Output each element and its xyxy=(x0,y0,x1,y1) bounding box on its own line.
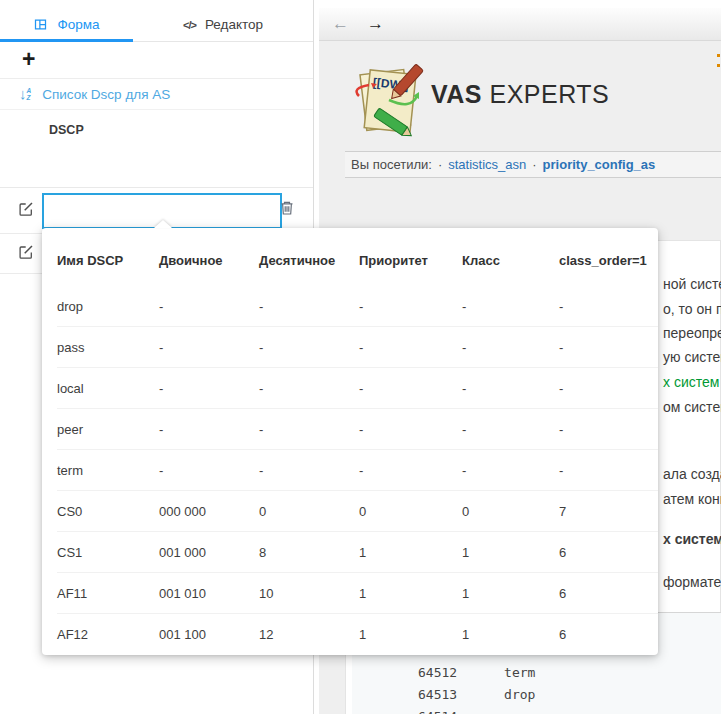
table-cell: AF12 xyxy=(57,614,159,655)
doc-wiki-link[interactable]: х систем А xyxy=(663,374,721,390)
table-cell: 1 xyxy=(462,532,559,573)
table-row[interactable]: local----- xyxy=(57,368,658,409)
table-cell: - xyxy=(462,409,559,450)
table-cell: 10 xyxy=(259,573,359,614)
breadcrumb-separator: · xyxy=(532,157,536,172)
table-cell: - xyxy=(359,286,462,327)
dscp-list-row: ↓ AZ Список Dscp для AS xyxy=(0,79,313,110)
back-arrow-icon[interactable]: ← xyxy=(332,14,349,34)
table-cell: 1 xyxy=(359,573,462,614)
doc-text-fragment: ала созда xyxy=(663,466,721,482)
table-cell: 6 xyxy=(559,573,658,614)
table-cell: 1 xyxy=(462,573,559,614)
table-cell: 6 xyxy=(559,532,658,573)
table-cell: 7 xyxy=(559,491,658,532)
edit-icon[interactable] xyxy=(18,201,34,217)
forward-arrow-icon[interactable]: → xyxy=(367,14,384,34)
table-row[interactable]: term----- xyxy=(57,450,658,491)
table-cell: - xyxy=(159,286,259,327)
edge-icon-fragment xyxy=(717,54,720,57)
doc-text-fragment: ую систем xyxy=(663,349,721,365)
top-strip xyxy=(319,0,721,8)
table-row[interactable]: drop----- xyxy=(57,286,658,327)
table-row[interactable]: CS0000 0000007 xyxy=(57,491,658,532)
table-cell: - xyxy=(559,368,658,409)
column-header: Двоичное xyxy=(159,228,259,286)
table-cell: - xyxy=(559,409,658,450)
column-header: Приоритет xyxy=(359,228,462,286)
doc-text-fragment: атем конве xyxy=(663,491,721,507)
table-cell: - xyxy=(259,286,359,327)
table-header-row: Имя DSCPДвоичноеДесятичноеПриоритетКласс… xyxy=(57,228,658,286)
breadcrumb-link-priority-config-as[interactable]: priority_config_as xyxy=(543,157,656,172)
table-row[interactable]: AF12001 10012116 xyxy=(57,614,658,655)
breadcrumb-separator: · xyxy=(438,157,442,172)
table-cell: peer xyxy=(57,409,159,450)
tab-redaktor[interactable]: </> Редактор xyxy=(133,8,313,41)
table-cell: 12 xyxy=(259,614,359,655)
doc-text-fragment: ной систем xyxy=(663,276,721,292)
popup-caret xyxy=(154,220,172,228)
table-cell: pass xyxy=(57,327,159,368)
table-cell: 001 000 xyxy=(159,532,259,573)
table-cell: - xyxy=(159,450,259,491)
table-cell: - xyxy=(259,327,359,368)
table-cell: local xyxy=(57,368,159,409)
table-cell: 0 xyxy=(462,491,559,532)
column-header: Имя DSCP xyxy=(57,228,159,286)
tab-label: Форма xyxy=(57,17,99,32)
doc-text-fragment: о, то он пе xyxy=(663,301,721,317)
sort-alpha-down-icon: ↓ AZ xyxy=(19,87,31,101)
dokuwiki-logo: [[DW]] xyxy=(349,56,429,146)
table-cell: - xyxy=(462,327,559,368)
table-cell: - xyxy=(359,327,462,368)
dscp-dropdown: Имя DSCPДвоичноеДесятичноеПриоритетКласс… xyxy=(42,228,658,655)
table-cell: - xyxy=(159,368,259,409)
table-cell: - xyxy=(359,450,462,491)
table-cell: 8 xyxy=(259,532,359,573)
column-header: class_order=1 xyxy=(559,228,658,286)
add-button[interactable]: + xyxy=(22,47,35,71)
table-cell: - xyxy=(259,368,359,409)
table-cell: 0 xyxy=(259,491,359,532)
tab-forma[interactable]: Форма xyxy=(0,8,133,41)
trash-icon[interactable] xyxy=(279,200,295,216)
column-header: Класс xyxy=(462,228,559,286)
table-cell: - xyxy=(259,409,359,450)
doc-text-fragment: переопред xyxy=(663,325,721,341)
doc-text-fragment: х систем и xyxy=(663,531,721,547)
dscp-list-link[interactable]: Список Dscp для AS xyxy=(42,87,170,102)
table-cell: 1 xyxy=(359,532,462,573)
doc-text-fragment: формате п xyxy=(663,574,721,590)
table-cell: - xyxy=(559,327,658,368)
table-cell: - xyxy=(559,286,658,327)
doc-text-fragment: ом систем xyxy=(663,399,721,415)
table-cell: - xyxy=(259,450,359,491)
table-cell: 0 xyxy=(359,491,462,532)
table-cell: - xyxy=(559,450,658,491)
table-row[interactable]: AF11001 01010116 xyxy=(57,573,658,614)
column-header: Десятичное xyxy=(259,228,359,286)
edge-icon-fragment xyxy=(717,64,720,67)
field-label: DSCP xyxy=(49,123,84,137)
tab-bar: Форма </> Редактор xyxy=(0,8,313,42)
table-row[interactable]: pass----- xyxy=(57,327,658,368)
dscp-table: Имя DSCPДвоичноеДесятичноеПриоритетКласс… xyxy=(57,228,658,654)
table-cell: - xyxy=(359,368,462,409)
breadcrumb: Вы посетили: · statistics_asn · priority… xyxy=(345,151,721,178)
table-cell: 6 xyxy=(559,614,658,655)
table-cell: CS0 xyxy=(57,491,159,532)
table-cell: - xyxy=(359,409,462,450)
table-row[interactable]: peer----- xyxy=(57,409,658,450)
table-cell: CS1 xyxy=(57,532,159,573)
table-cell: - xyxy=(462,450,559,491)
table-cell: 1 xyxy=(359,614,462,655)
site-title: VAS EXPERTS xyxy=(431,80,609,109)
breadcrumb-link-statistics-asn[interactable]: statistics_asn xyxy=(448,157,526,172)
table-cell: 1 xyxy=(462,614,559,655)
table-cell: 000 000 xyxy=(159,491,259,532)
table-cell: term xyxy=(57,450,159,491)
edit-icon[interactable] xyxy=(18,244,34,260)
table-row[interactable]: CS1001 0008116 xyxy=(57,532,658,573)
table-cell: - xyxy=(159,409,259,450)
